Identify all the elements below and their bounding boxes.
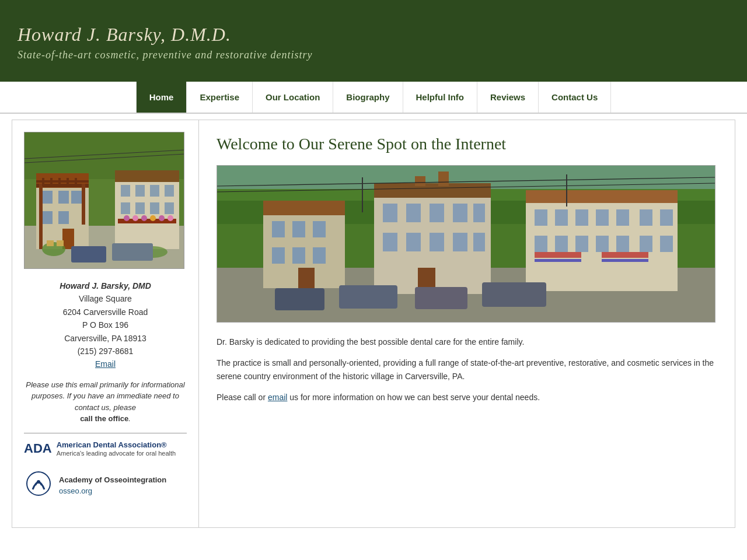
svg-rect-79 (526, 190, 678, 203)
svg-rect-29 (150, 202, 159, 214)
svg-rect-89 (640, 209, 652, 226)
svg-rect-99 (339, 285, 397, 309)
svg-rect-11 (62, 229, 74, 249)
address-village: Village Square (24, 292, 187, 305)
svg-rect-71 (473, 204, 485, 222)
inline-email-link[interactable]: email (268, 393, 287, 402)
svg-rect-25 (150, 185, 159, 197)
svg-rect-56 (272, 221, 285, 237)
osseo-text: Academy of Osseointegration osseo.org (59, 475, 166, 496)
svg-rect-7 (58, 191, 69, 204)
osseo-badge: Academy of Osseointegration osseo.org (24, 469, 187, 502)
svg-rect-70 (453, 204, 467, 222)
svg-rect-96 (640, 236, 652, 252)
svg-rect-97 (660, 236, 673, 252)
svg-rect-83 (602, 259, 648, 262)
svg-rect-67 (383, 204, 397, 222)
svg-rect-85 (555, 209, 568, 226)
svg-rect-19 (67, 178, 69, 186)
svg-rect-9 (42, 211, 53, 224)
svg-rect-26 (165, 185, 174, 197)
svg-rect-22 (115, 170, 179, 182)
svg-point-47 (37, 480, 40, 484)
svg-rect-92 (555, 236, 568, 252)
svg-point-37 (132, 215, 138, 221)
svg-point-38 (141, 215, 147, 221)
ada-tagline: America's leading advocate for oral heal… (57, 449, 176, 457)
svg-rect-66 (415, 176, 425, 186)
svg-rect-27 (121, 202, 130, 214)
main-nav: Home Expertise Our Location Biography He… (0, 82, 747, 114)
call-to-action-paragraph: Please call or email us for more informa… (217, 391, 717, 404)
svg-rect-91 (535, 236, 547, 252)
svg-rect-18 (58, 178, 61, 186)
svg-rect-13 (39, 184, 43, 249)
nav-item-our-location[interactable]: Our Location (253, 82, 333, 113)
ada-org-name: American Dental Association® (57, 440, 176, 449)
svg-rect-65 (438, 172, 449, 186)
svg-rect-68 (406, 204, 421, 222)
svg-rect-60 (292, 247, 305, 264)
svg-rect-87 (596, 209, 609, 226)
ada-logo: ADA (24, 441, 52, 456)
svg-rect-58 (313, 221, 326, 237)
svg-rect-24 (135, 185, 145, 197)
address-city: Carversville, PA 18913 (24, 332, 187, 345)
svg-rect-59 (272, 247, 285, 264)
svg-rect-90 (660, 209, 673, 226)
nav-item-home[interactable]: Home (136, 82, 187, 113)
main-content: Welcome to Our Serene Spot on the Intern… (199, 120, 735, 527)
svg-rect-57 (292, 221, 305, 237)
svg-rect-98 (275, 288, 324, 310)
svg-rect-82 (602, 252, 648, 258)
svg-rect-81 (535, 259, 581, 262)
svg-rect-10 (58, 211, 69, 224)
svg-rect-80 (535, 252, 581, 258)
svg-point-41 (167, 215, 173, 221)
svg-rect-73 (406, 233, 421, 251)
svg-rect-28 (135, 202, 145, 214)
svg-rect-42 (71, 246, 106, 262)
svg-rect-30 (165, 202, 174, 214)
svg-rect-74 (430, 233, 444, 251)
svg-rect-75 (453, 233, 467, 251)
svg-rect-62 (298, 268, 315, 288)
svg-rect-6 (42, 191, 53, 204)
email-note: Please use this email primarily for info… (24, 379, 187, 425)
ada-badge: ADA American Dental Association® America… (24, 440, 187, 457)
svg-rect-100 (415, 287, 467, 309)
sidebar-building-image (24, 132, 184, 269)
svg-rect-95 (616, 236, 629, 252)
svg-rect-86 (575, 209, 588, 226)
svg-rect-34 (57, 240, 64, 246)
svg-rect-55 (263, 201, 345, 215)
svg-point-40 (159, 215, 165, 221)
osseo-org-name: Academy of Osseointegration (59, 475, 166, 485)
svg-rect-93 (575, 236, 588, 252)
nav-item-reviews[interactable]: Reviews (477, 82, 539, 113)
para3-after: us for more information on how we can be… (287, 393, 540, 402)
nav-item-helpful-info[interactable]: Helpful Info (403, 82, 478, 113)
svg-rect-72 (383, 233, 397, 251)
header: Howard J. Barsky, D.M.D. State-of-the-ar… (0, 0, 747, 82)
svg-rect-23 (121, 185, 130, 197)
svg-rect-8 (71, 191, 82, 204)
nav-item-biography[interactable]: Biography (333, 82, 403, 113)
email-note-text: Please use this email primarily for info… (26, 380, 184, 412)
call-office-end: . (128, 414, 131, 423)
svg-rect-20 (75, 178, 77, 186)
address-pobox: P O Box 196 (24, 318, 187, 331)
svg-rect-43 (112, 243, 153, 261)
para3-before: Please call or (217, 393, 268, 402)
nav-item-contact-us[interactable]: Contact Us (539, 82, 611, 113)
osseo-url: osseo.org (59, 486, 166, 496)
site-subtitle: State-of-the-art cosmetic, preventive an… (18, 49, 729, 61)
svg-rect-61 (313, 247, 326, 264)
main-village-image (217, 165, 715, 323)
email-link[interactable]: Email (95, 359, 116, 369)
sidebar: Howard J. Barsky, DMD Village Square 620… (12, 120, 199, 527)
intro-paragraph: Dr. Barsky is dedicated to providing the… (217, 335, 717, 348)
svg-rect-33 (47, 240, 54, 246)
nav-item-expertise[interactable]: Expertise (187, 82, 253, 113)
svg-rect-88 (616, 209, 629, 226)
